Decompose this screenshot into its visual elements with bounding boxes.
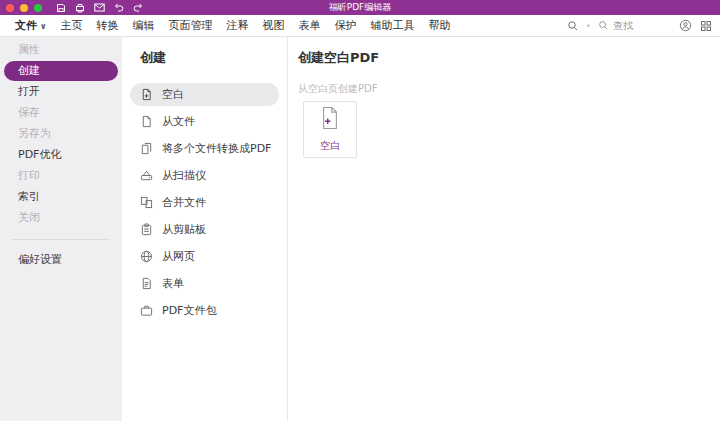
chevron-down-icon: ∨ <box>40 16 47 37</box>
menu-protect[interactable]: 保护 <box>328 15 364 36</box>
menubar-right-tools <box>567 19 712 32</box>
sidebar-item-create[interactable]: 创建 <box>4 61 118 81</box>
create-item-label: 空白 <box>162 87 184 102</box>
portfolio-icon <box>140 304 153 317</box>
menu-page-manage[interactable]: 页面管理 <box>162 15 220 36</box>
detail-subtitle: 从空白页创建PDF <box>298 82 720 96</box>
create-item-from-clipboard[interactable]: 从剪贴板 <box>130 218 279 241</box>
create-item-from-file[interactable]: 从文件 <box>130 110 279 133</box>
create-detail-panel: 创建空白PDF 从空白页创建PDF 空白 <box>288 37 720 421</box>
create-panel-title: 创建 <box>140 49 287 67</box>
menu-form[interactable]: 表单 <box>292 15 328 36</box>
create-item-label: 从网页 <box>162 249 195 264</box>
mail-icon[interactable] <box>94 3 105 12</box>
detail-title: 创建空白PDF <box>298 49 720 67</box>
create-item-label: 合并文件 <box>162 195 206 210</box>
blank-doc-icon <box>140 88 153 101</box>
file-icon <box>140 115 153 128</box>
undo-icon[interactable] <box>114 3 124 12</box>
magnifier-icon <box>598 20 609 31</box>
menubar: 文件 ∨ 主页 转换 编辑 页面管理 注释 视图 表单 保护 辅助工具 帮助 <box>0 15 720 37</box>
create-item-label: 表单 <box>162 276 184 291</box>
menu-home[interactable]: 主页 <box>54 15 90 36</box>
minimize-button[interactable] <box>20 4 28 12</box>
new-document-icon <box>320 106 340 134</box>
sidebar-item-save: 保存 <box>0 103 122 123</box>
create-item-label: 将多个文件转换成PDF <box>162 141 271 156</box>
create-item-label: 从文件 <box>162 114 195 129</box>
menu-file-label: 文件 <box>15 15 37 36</box>
clipboard-icon <box>140 223 153 236</box>
create-item-label: 从扫描仪 <box>162 168 206 183</box>
find-input[interactable] <box>613 20 671 31</box>
create-item-from-scanner[interactable]: 从扫描仪 <box>130 164 279 187</box>
sidebar-item-preferences[interactable]: 偏好设置 <box>0 250 122 270</box>
sidebar-item-open[interactable]: 打开 <box>0 82 122 102</box>
account-icon[interactable] <box>679 19 692 32</box>
traffic-lights <box>6 4 42 12</box>
create-item-blank[interactable]: 空白 <box>130 83 279 106</box>
create-panel: 创建 空白 从文件 将多个文件转换成PDF 从扫描仪 <box>122 37 288 421</box>
blank-card-label: 空白 <box>320 139 340 153</box>
create-item-label: 从剪贴板 <box>162 222 206 237</box>
sidebar-item-pdf-optimize[interactable]: PDF优化 <box>0 145 122 165</box>
sidebar-item-close: 关闭 <box>0 208 122 228</box>
sidebar-item-index[interactable]: 索引 <box>0 187 122 207</box>
sidebar-item-print: 打印 <box>0 166 122 186</box>
menu-file[interactable]: 文件 ∨ <box>8 15 54 36</box>
combine-icon <box>140 196 153 209</box>
create-item-pdf-portfolio[interactable]: PDF文件包 <box>130 299 279 322</box>
separator-dot <box>587 24 590 27</box>
create-item-combine-files[interactable]: 合并文件 <box>130 191 279 214</box>
files-convert-icon <box>140 142 153 155</box>
file-sidebar: 属性 创建 打开 保存 另存为 PDF优化 打印 索引 关闭 偏好设置 <box>0 37 122 421</box>
print-icon[interactable] <box>75 3 85 13</box>
form-icon <box>140 277 153 290</box>
create-item-from-web[interactable]: 从网页 <box>130 245 279 268</box>
sidebar-divider <box>12 239 110 240</box>
find-group <box>598 20 671 31</box>
globe-icon <box>140 250 153 263</box>
scanner-icon <box>140 169 153 182</box>
backstage-view: 属性 创建 打开 保存 另存为 PDF优化 打印 索引 关闭 偏好设置 创建 空… <box>0 37 720 421</box>
create-item-label: PDF文件包 <box>162 303 216 318</box>
menu-convert[interactable]: 转换 <box>90 15 126 36</box>
search-dropdown-icon[interactable] <box>567 20 579 32</box>
maximize-button[interactable] <box>34 4 42 12</box>
create-item-form[interactable]: 表单 <box>130 272 279 295</box>
sidebar-item-save-as: 另存为 <box>0 124 122 144</box>
menu-accessibility[interactable]: 辅助工具 <box>364 15 422 36</box>
apps-grid-icon[interactable] <box>700 20 712 32</box>
blank-pdf-card[interactable]: 空白 <box>303 101 357 158</box>
redo-icon[interactable] <box>133 3 143 12</box>
titlebar: 福昕PDF编辑器 <box>0 0 720 15</box>
create-item-combine-multiple[interactable]: 将多个文件转换成PDF <box>130 137 279 160</box>
sidebar-item-properties: 属性 <box>0 40 122 60</box>
titlebar-quick-tools <box>56 3 143 13</box>
save-icon[interactable] <box>56 3 66 13</box>
menu-help[interactable]: 帮助 <box>422 15 458 36</box>
close-button[interactable] <box>6 4 14 12</box>
menu-edit[interactable]: 编辑 <box>126 15 162 36</box>
menu-view[interactable]: 视图 <box>256 15 292 36</box>
menu-comment[interactable]: 注释 <box>220 15 256 36</box>
